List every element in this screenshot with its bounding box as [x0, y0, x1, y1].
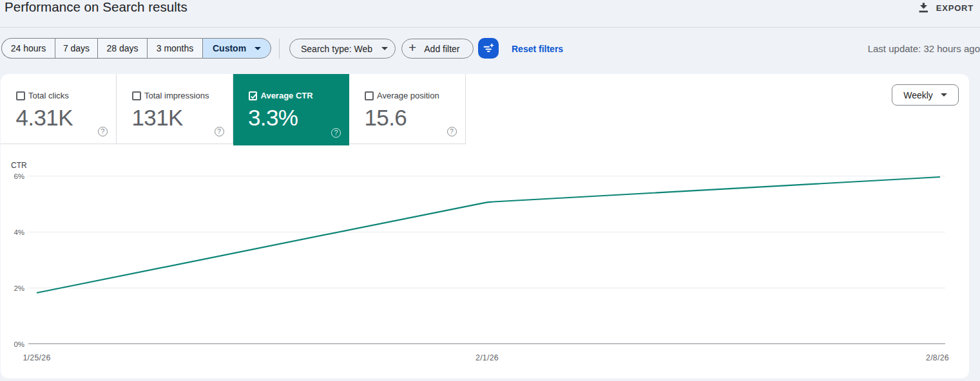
svg-text:2/8/26: 2/8/26 [926, 353, 949, 362]
svg-text:2%: 2% [14, 284, 24, 292]
svg-text:1/25/26: 1/25/26 [23, 353, 50, 362]
svg-text:2/1/26: 2/1/26 [476, 353, 499, 362]
svg-text:CTR: CTR [11, 161, 27, 170]
svg-text:0%: 0% [14, 340, 24, 348]
svg-text:6%: 6% [14, 172, 24, 180]
svg-text:4%: 4% [14, 228, 24, 236]
